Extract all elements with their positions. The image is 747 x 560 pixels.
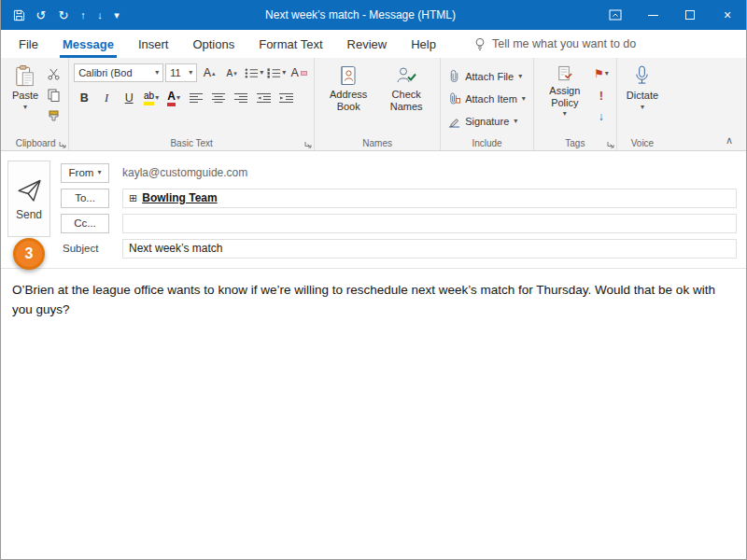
address-book-button[interactable]: Address Book [319, 62, 377, 135]
bullets-icon[interactable]: ▾ [244, 63, 264, 82]
from-dropdown-icon[interactable]: ▾ [97, 169, 101, 176]
to-field[interactable]: ⊞ Bowling Team [122, 189, 737, 208]
voice-group: Dictate ▾ Voice [617, 58, 668, 150]
subject-label: Subject [61, 243, 109, 254]
quick-access-toolbar: ↺ ↻ ↑ ↓ ▾ [1, 0, 124, 30]
paper-plane-icon [16, 177, 43, 203]
tab-options[interactable]: Options [180, 30, 247, 58]
align-right-icon[interactable] [231, 89, 251, 107]
ribbon: Paste ▾ Clipboard [1, 58, 746, 151]
tab-insert[interactable]: Insert [126, 30, 181, 58]
message-body[interactable]: O’Brien at the league office wants to kn… [1, 268, 746, 332]
attach-file-button[interactable]: Attach File ▾ [445, 66, 529, 86]
ribbon-display-options-icon[interactable] [597, 0, 634, 30]
window-title: Next week’s match - Message (HTML) [124, 0, 597, 30]
ribbon-tab-row: File Message Insert Options Format Text … [1, 30, 746, 58]
basic-text-group: Calibri (Bod ▾ 11 ▾ A▴ A▾ ▾ [69, 58, 315, 150]
include-group: Attach File ▾ Attach Item ▾ Signature ▾ [441, 58, 534, 150]
from-button[interactable]: From ▾ [61, 163, 109, 183]
tab-message[interactable]: Message [50, 30, 126, 58]
assign-policy-button[interactable]: Assign Policy ▾ [539, 62, 591, 135]
font-size-dropdown-icon[interactable]: ▾ [189, 69, 192, 77]
tell-me-box[interactable]: Tell me what you want to do [474, 30, 636, 58]
lightbulb-icon [474, 37, 486, 51]
to-button[interactable]: To... [61, 189, 109, 208]
window-controls: × [597, 0, 746, 30]
attach-item-button[interactable]: Attach Item ▾ [445, 89, 529, 108]
numbering-icon[interactable]: ▾ [266, 63, 287, 82]
copy-icon[interactable] [43, 86, 63, 105]
tab-help[interactable]: Help [399, 30, 448, 58]
send-button[interactable]: Send [7, 161, 50, 237]
check-names-button[interactable]: Check Names [377, 62, 435, 135]
collapse-ribbon-icon[interactable]: ∧ [726, 135, 733, 146]
cc-button[interactable]: Cc... [61, 214, 109, 233]
subject-row: Subject Next week’s match [61, 238, 737, 259]
title-bar: ↺ ↻ ↑ ↓ ▾ Next week’s match - Message (H… [1, 0, 746, 30]
outlook-message-window: ↺ ↻ ↑ ↓ ▾ Next week’s match - Message (H… [0, 0, 747, 560]
underline-button[interactable]: U [119, 89, 139, 107]
follow-up-flag-icon[interactable]: ⚑▾ [591, 64, 612, 83]
align-center-icon[interactable] [208, 89, 229, 107]
customize-qat-icon[interactable]: ▾ [109, 0, 124, 30]
tab-format-text[interactable]: Format Text [247, 30, 334, 58]
cc-row: Cc... [61, 213, 737, 233]
tags-group: Assign Policy ▾ ⚑▾ ! ↓ Tags [534, 58, 617, 150]
italic-button[interactable]: I [96, 89, 117, 107]
next-item-icon[interactable]: ↓ [92, 0, 107, 30]
clipboard-group: Paste ▾ Clipboard [3, 58, 69, 150]
from-row: From ▾ kayla@customguide.com [61, 162, 737, 183]
maximize-icon[interactable] [671, 0, 709, 30]
bold-button[interactable]: B [74, 89, 94, 107]
include-group-label: Include [441, 138, 533, 148]
subject-field[interactable]: Next week’s match [122, 239, 737, 259]
expand-group-icon[interactable]: ⊞ [129, 193, 137, 203]
font-color-icon[interactable]: A▾ [163, 89, 184, 107]
compose-area: Send From ▾ kayla@customguide.com To... … [1, 151, 746, 560]
step-badge: 3 [13, 238, 45, 270]
align-left-icon[interactable] [186, 89, 206, 107]
decrease-indent-icon[interactable] [253, 89, 274, 107]
voice-group-label: Voice [617, 138, 668, 148]
dictate-button[interactable]: Dictate ▾ [622, 62, 663, 135]
signature-pen-icon [448, 115, 460, 128]
cc-field[interactable] [122, 214, 737, 233]
basic-text-dialog-launcher-icon[interactable] [304, 141, 312, 148]
clear-formatting-icon[interactable]: A [289, 63, 309, 82]
tell-me-label: Tell me what you want to do [492, 37, 636, 50]
to-row: To... ⊞ Bowling Team [61, 188, 737, 208]
undo-icon[interactable]: ↺ [31, 0, 51, 30]
recipient-bowling-team[interactable]: Bowling Team [142, 191, 217, 204]
paperclip-item-icon [448, 91, 460, 105]
redo-icon[interactable]: ↻ [53, 0, 74, 30]
send-label: Send [16, 208, 42, 221]
minimize-icon[interactable] [634, 0, 671, 30]
clipboard-dialog-launcher-icon[interactable] [59, 141, 66, 148]
increase-indent-icon[interactable] [275, 89, 296, 107]
signature-button[interactable]: Signature ▾ [445, 111, 529, 131]
names-group-label: Names [315, 138, 440, 148]
tab-review[interactable]: Review [335, 30, 400, 58]
names-group: Address Book Check Names Names [315, 58, 441, 150]
tab-file[interactable]: File [7, 30, 50, 58]
font-name-combo[interactable]: Calibri (Bod ▾ [74, 63, 163, 82]
highlight-color-icon[interactable]: ab▾ [141, 89, 162, 107]
tags-group-label: Tags [534, 138, 616, 148]
grow-font-icon[interactable]: A▴ [199, 63, 219, 82]
high-importance-icon[interactable]: ! [591, 86, 612, 105]
previous-item-icon[interactable]: ↑ [76, 0, 91, 30]
basic-text-group-label: Basic Text [69, 138, 314, 148]
paperclip-icon [448, 69, 460, 83]
tags-dialog-launcher-icon[interactable] [607, 141, 614, 148]
paste-button[interactable]: Paste ▾ [7, 62, 43, 135]
close-icon[interactable]: × [709, 0, 746, 30]
paste-dropdown-icon[interactable]: ▾ [23, 104, 27, 111]
font-name-dropdown-icon[interactable]: ▾ [155, 69, 159, 77]
save-icon[interactable] [8, 0, 29, 30]
from-address: kayla@customguide.com [122, 166, 247, 179]
low-importance-icon[interactable]: ↓ [591, 107, 612, 126]
format-painter-icon[interactable] [43, 107, 63, 126]
shrink-font-icon[interactable]: A▾ [221, 63, 242, 82]
font-size-combo[interactable]: 11 ▾ [165, 63, 197, 82]
cut-icon[interactable] [43, 64, 63, 83]
